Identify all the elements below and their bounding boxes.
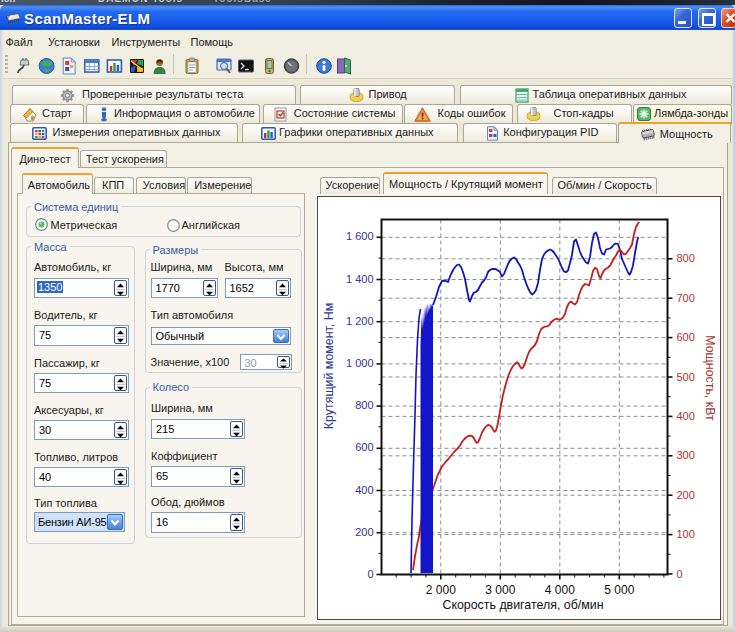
- svg-text:800: 800: [677, 252, 695, 264]
- svg-text:3 000: 3 000: [485, 583, 515, 597]
- svg-text:300: 300: [677, 449, 695, 461]
- svg-text:1 400: 1 400: [346, 273, 374, 285]
- svg-text:1 000: 1 000: [346, 357, 374, 369]
- svg-text:0: 0: [677, 568, 683, 580]
- svg-text:400: 400: [355, 484, 373, 496]
- svg-text:600: 600: [677, 331, 695, 343]
- svg-text:Мощность, кВт: Мощность, кВт: [703, 335, 717, 421]
- svg-text:700: 700: [677, 292, 695, 304]
- svg-text:1 200: 1 200: [346, 315, 374, 327]
- svg-text:5 000: 5 000: [604, 583, 634, 597]
- svg-text:0: 0: [367, 568, 373, 580]
- svg-text:500: 500: [677, 371, 695, 383]
- svg-text:2 000: 2 000: [426, 583, 456, 597]
- svg-text:1 600: 1 600: [346, 230, 374, 242]
- svg-text:800: 800: [355, 399, 373, 411]
- svg-text:200: 200: [677, 489, 695, 501]
- svg-text:Крутящий момент, Нм: Крутящий момент, Нм: [322, 303, 336, 429]
- svg-text:400: 400: [677, 410, 695, 422]
- svg-text:200: 200: [355, 526, 373, 538]
- svg-text:600: 600: [355, 441, 373, 453]
- svg-text:4 000: 4 000: [545, 583, 575, 597]
- svg-text:Скорость двигателя, об/мин: Скорость двигателя, об/мин: [442, 598, 603, 612]
- svg-text:100: 100: [677, 528, 695, 540]
